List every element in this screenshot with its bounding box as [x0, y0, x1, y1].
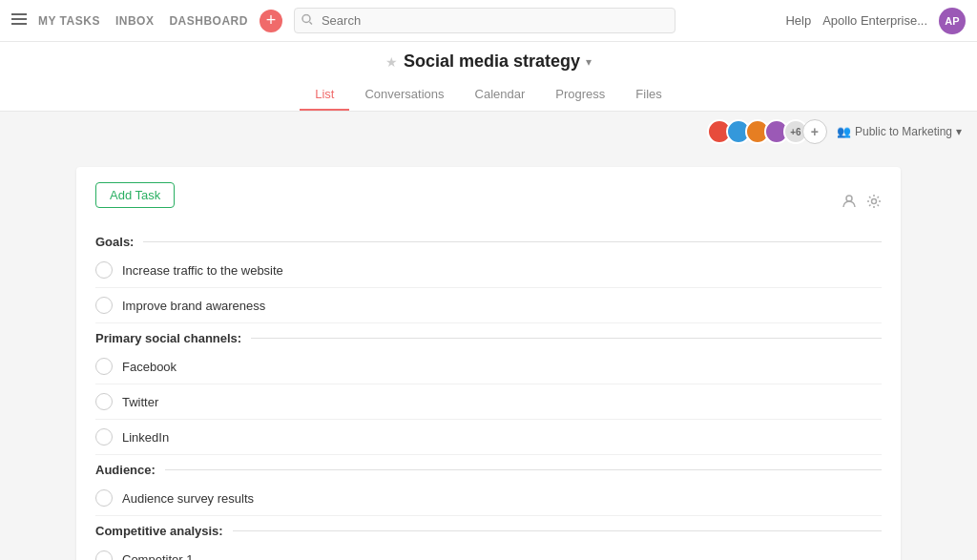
task-item[interactable]: Facebook	[95, 349, 882, 384]
section-divider-3	[233, 530, 882, 531]
project-header: ★ Social media strategy ▾ List Conversat…	[0, 42, 977, 112]
tab-progress[interactable]: Progress	[540, 79, 620, 111]
task-checkbox[interactable]	[95, 393, 113, 410]
section-header-2: Audience:	[95, 463, 882, 477]
task-label: Increase traffic to the website	[122, 263, 283, 278]
nav-links: MY TASKS INBOX DASHBOARD	[38, 14, 248, 28]
public-badge[interactable]: 👥 Public to Marketing ▾	[837, 125, 962, 138]
task-item[interactable]: Increase traffic to the website	[95, 253, 882, 288]
sections-container: Goals:Increase traffic to the websiteImp…	[95, 235, 882, 560]
task-checkbox[interactable]	[95, 261, 113, 279]
section-2: Audience:Audience survey results	[95, 463, 882, 516]
task-checkbox[interactable]	[95, 358, 113, 375]
svg-rect-0	[11, 13, 27, 15]
svg-rect-1	[11, 18, 27, 20]
svg-point-6	[872, 198, 877, 203]
task-item[interactable]: Audience survey results	[95, 481, 882, 516]
section-divider-1	[251, 338, 882, 339]
section-header-0: Goals:	[95, 235, 882, 249]
section-header-3: Competitive analysis:	[95, 524, 882, 538]
add-task-button[interactable]: Add Task	[95, 182, 175, 208]
tab-list[interactable]: List	[300, 79, 349, 111]
add-member-button[interactable]: +	[802, 119, 827, 144]
section-divider-2	[165, 469, 882, 470]
project-chevron-icon[interactable]: ▾	[586, 55, 592, 69]
user-avatar[interactable]: AP	[939, 8, 966, 34]
svg-line-4	[309, 22, 312, 25]
nav-dashboard[interactable]: DASHBOARD	[169, 14, 248, 28]
svg-rect-2	[11, 23, 27, 25]
task-area-header: Add Task	[95, 182, 882, 223]
section-title-0: Goals:	[95, 235, 143, 249]
main-content: Add Task Goals:Increase traffic to the w…	[0, 152, 977, 560]
public-label: Public to Marketing	[855, 125, 952, 138]
task-label: Audience survey results	[122, 491, 254, 506]
nav-inbox[interactable]: INBOX	[115, 14, 155, 28]
task-item[interactable]: Twitter	[95, 384, 882, 420]
section-title-1: Primary social channels:	[95, 331, 251, 345]
task-label: Facebook	[122, 360, 177, 374]
task-checkbox[interactable]	[95, 297, 113, 314]
company-name: Apollo Enterprise...	[822, 13, 927, 28]
section-title-2: Audience:	[95, 463, 165, 477]
task-checkbox[interactable]	[95, 550, 113, 560]
task-checkbox[interactable]	[95, 428, 113, 446]
section-header-1: Primary social channels:	[95, 331, 882, 345]
tab-calendar[interactable]: Calendar	[460, 79, 541, 111]
settings-icon[interactable]	[866, 194, 882, 213]
assign-icon[interactable]	[842, 194, 857, 213]
section-divider-0	[143, 241, 882, 242]
member-avatars: +6 +	[707, 119, 827, 144]
nav-right: Help Apollo Enterprise... AP	[785, 8, 966, 34]
tab-conversations[interactable]: Conversations	[349, 79, 459, 111]
nav-my-tasks[interactable]: MY TASKS	[38, 14, 100, 28]
task-label: Improve brand awareness	[122, 299, 265, 313]
top-nav: MY TASKS INBOX DASHBOARD + Help Apollo E…	[0, 0, 977, 42]
members-row: +6 + 👥 Public to Marketing ▾	[0, 112, 977, 152]
tab-files[interactable]: Files	[620, 79, 676, 111]
section-1: Primary social channels:FacebookTwitterL…	[95, 331, 882, 455]
task-item[interactable]: Competitor 1	[95, 542, 882, 560]
task-item[interactable]: Improve brand awareness	[95, 288, 882, 323]
svg-point-3	[302, 14, 310, 22]
search-container	[294, 8, 676, 33]
project-title-row: ★ Social media strategy ▾	[0, 52, 977, 72]
project-title: Social media strategy	[404, 52, 580, 72]
section-0: Goals:Increase traffic to the websiteImp…	[95, 235, 882, 323]
new-task-button[interactable]: +	[260, 10, 282, 32]
task-label: LinkedIn	[122, 430, 169, 445]
task-label: Twitter	[122, 395, 158, 409]
public-chevron-icon: ▾	[956, 125, 962, 138]
hamburger-icon[interactable]	[11, 11, 27, 31]
task-checkbox[interactable]	[95, 489, 113, 507]
star-icon[interactable]: ★	[385, 54, 398, 70]
task-label: Competitor 1	[122, 552, 193, 561]
svg-point-5	[846, 196, 852, 201]
section-title-3: Competitive analysis:	[95, 524, 233, 538]
task-area: Add Task Goals:Increase traffic to the w…	[76, 167, 901, 560]
search-input[interactable]	[294, 8, 676, 33]
help-button[interactable]: Help	[785, 13, 811, 28]
task-item[interactable]: LinkedIn	[95, 420, 882, 455]
people-icon: 👥	[837, 125, 851, 138]
search-icon	[301, 13, 313, 28]
project-tabs: List Conversations Calendar Progress Fil…	[0, 79, 977, 111]
section-3: Competitive analysis:Competitor 1Competi…	[95, 524, 882, 560]
